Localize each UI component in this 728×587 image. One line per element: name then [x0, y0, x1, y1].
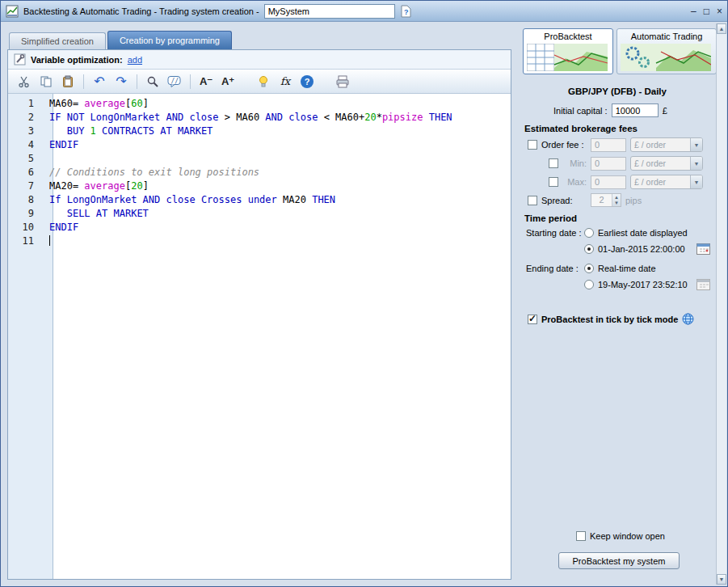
tab-simplified-creation[interactable]: Simplified creation: [9, 32, 106, 49]
tab-probacktest[interactable]: ProBacktest: [523, 28, 613, 74]
max-fee-input[interactable]: [591, 175, 626, 189]
start-date-radio[interactable]: [584, 244, 594, 254]
order-fee-row: Order fee : £ / order ▼: [528, 137, 717, 152]
earliest-date-option-label: Earliest date displayed: [598, 228, 688, 238]
max-fee-checkbox[interactable]: [549, 177, 558, 187]
creation-mode-tabs: Simplified creation Creation by programm…: [9, 31, 232, 49]
calendar-disabled-icon[interactable]: [696, 278, 710, 290]
line-number: 2: [8, 111, 44, 125]
probacktest-tab-icon: [527, 44, 609, 71]
line-number: 8: [8, 193, 44, 207]
calendar-icon[interactable]: [696, 243, 710, 255]
earliest-date-radio[interactable]: [584, 228, 594, 238]
start-date-value-row: 01-Jan-2015 22:00:00: [584, 243, 717, 255]
line-number: 3: [8, 125, 44, 138]
zoom-icon[interactable]: [143, 72, 162, 91]
code-editor[interactable]: 1MA60= average[60]2IF NOT LongOnMarket A…: [8, 94, 511, 579]
tab-creation-by-programming[interactable]: Creation by programming: [107, 31, 232, 49]
time-period-heading: Time period: [524, 213, 717, 223]
code-line[interactable]: 5: [8, 152, 511, 166]
variable-optimization-icon: [14, 53, 26, 65]
code-line[interactable]: 1MA60= average[60]: [8, 97, 511, 111]
end-date-value: 19-May-2017 23:52:10: [598, 280, 688, 289]
cut-icon[interactable]: [15, 72, 34, 91]
font-increase-icon[interactable]: A⁺: [218, 72, 238, 91]
probacktest-run-button[interactable]: ProBacktest my system: [558, 552, 680, 569]
help-icon[interactable]: ?: [297, 72, 317, 91]
minimize-icon[interactable]: –: [691, 6, 696, 17]
vertical-scrollbar[interactable]: ▲ ▼: [716, 23, 726, 585]
copy-icon[interactable]: [36, 72, 56, 91]
order-fee-label: Order fee :: [541, 140, 587, 150]
automatic-trading-tab-icon: [621, 44, 713, 71]
start-date-value: 01-Jan-2015 22:00:00: [598, 244, 685, 254]
code-line[interactable]: 4ENDIF: [8, 138, 511, 152]
variable-optimization-label: Variable optimization:: [31, 55, 123, 65]
insert-function-icon[interactable]: fx: [276, 72, 295, 91]
tick-mode-checkbox[interactable]: [528, 315, 537, 324]
spread-label: Spread:: [541, 196, 587, 205]
order-fee-unit-select[interactable]: £ / order ▼: [630, 137, 703, 152]
spread-stepper[interactable]: 2 ▲▼: [591, 193, 621, 207]
paste-icon[interactable]: [58, 72, 78, 91]
system-name-help-icon[interactable]: ?: [400, 5, 411, 18]
code-line[interactable]: 10ENDIF: [8, 221, 511, 234]
probacktest-tab-label: ProBacktest: [527, 32, 609, 41]
variable-optimization-add-link[interactable]: add: [128, 55, 142, 65]
titlebar: Backtesting & Automatic Trading - Tradin…: [1, 1, 727, 22]
code-line[interactable]: 11: [8, 234, 511, 248]
line-number: 1: [8, 97, 44, 111]
variable-optimization-bar: Variable optimization: add: [8, 50, 511, 70]
editor-toolbar: ↶ ↷ // A⁻ A⁺ fx ?: [8, 70, 511, 94]
min-fee-checkbox[interactable]: [549, 158, 558, 168]
globe-icon: [682, 313, 694, 325]
backtest-settings-panel: ProBacktest Automatic Trading GBP/JPY (D…: [518, 28, 717, 580]
realtime-date-radio[interactable]: [584, 264, 594, 273]
max-fee-unit-select[interactable]: £ / order ▼: [630, 175, 703, 189]
tab-automatic-trading[interactable]: Automatic Trading: [616, 28, 717, 74]
keep-window-checkbox[interactable]: [576, 531, 586, 541]
code-line[interactable]: 7MA20= average[20]: [8, 179, 511, 193]
code-line[interactable]: 8If LongOnMarket AND close Crosses under…: [8, 193, 511, 207]
font-decrease-icon[interactable]: A⁻: [196, 72, 216, 91]
code-line[interactable]: 2IF NOT LongOnMarket AND close > MA60 AN…: [8, 111, 511, 125]
system-name-input[interactable]: [264, 4, 395, 19]
print-icon[interactable]: [333, 72, 352, 91]
min-fee-unit-select[interactable]: £ / order ▼: [630, 156, 703, 171]
spread-unit: pips: [625, 196, 642, 205]
order-fee-checkbox[interactable]: [528, 140, 537, 150]
scroll-up-icon[interactable]: ▲: [717, 23, 726, 34]
order-fee-input[interactable]: [591, 138, 626, 152]
min-fee-input[interactable]: [591, 157, 626, 171]
line-number: 11: [8, 234, 44, 248]
initial-capital-input[interactable]: [612, 103, 659, 117]
code-line[interactable]: 9 SELL AT MARKET: [8, 207, 511, 221]
stepper-arrows-icon[interactable]: ▲▼: [612, 194, 621, 206]
chevron-down-icon: ▼: [690, 138, 702, 151]
end-date-value-row: 19-May-2017 23:52:10: [584, 278, 717, 290]
automatic-trading-tab-label: Automatic Trading: [621, 32, 713, 41]
min-fee-row: Min: £ / order ▼: [549, 156, 717, 171]
comment-icon[interactable]: //: [165, 72, 184, 91]
close-icon[interactable]: ×: [717, 6, 722, 17]
keep-window-label: Keep window open: [590, 531, 665, 541]
code-line[interactable]: 6// Conditions to exit long positions: [8, 166, 511, 179]
scroll-down-icon[interactable]: ▼: [717, 574, 726, 585]
ending-date-label: Ending date :: [526, 264, 584, 273]
starting-date-row: Starting date : Earliest date displayed: [526, 228, 717, 238]
end-date-radio[interactable]: [584, 280, 594, 289]
hint-lightbulb-icon[interactable]: [254, 72, 273, 91]
window-title: Backtesting & Automatic Trading - Tradin…: [23, 6, 259, 16]
line-number: 9: [8, 207, 44, 221]
initial-capital-label: Initial capital :: [553, 106, 608, 116]
svg-text://: //: [171, 77, 179, 84]
undo-icon[interactable]: ↶: [90, 72, 109, 91]
app-chart-icon: [6, 5, 19, 18]
maximize-icon[interactable]: □: [704, 6, 709, 17]
redo-icon[interactable]: ↷: [112, 72, 131, 91]
line-number: 5: [8, 152, 44, 166]
spread-row: Spread: 2 ▲▼ pips: [528, 193, 717, 207]
spread-checkbox[interactable]: [528, 196, 537, 205]
code-line[interactable]: 3 BUY 1 CONTRACTS AT MARKET: [8, 125, 511, 138]
max-fee-row: Max: £ / order ▼: [549, 175, 717, 189]
